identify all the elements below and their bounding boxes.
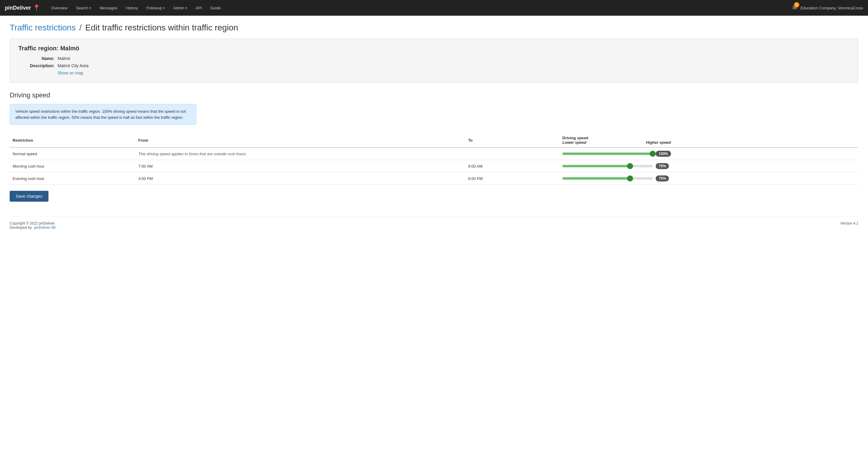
location-icon: 📍	[33, 4, 40, 11]
region-card: Traffic region: Malmö Name: Malmö Descri…	[10, 38, 858, 83]
nav-messages[interactable]: Messages	[96, 3, 121, 13]
col-driving-speed: Driving speed Lower speed Higher speed	[559, 133, 858, 147]
region-title: Traffic region: Malmö	[19, 45, 849, 52]
page-subtitle: Edit traffic restrictions within traffic…	[85, 23, 238, 32]
speed-cell: 75%	[559, 172, 858, 185]
table-row: Evening rush hour 4:00 PM 6:00 PM 75%	[10, 172, 858, 185]
table-row: Normal speed This driving speed applies …	[10, 147, 858, 160]
show-on-map-spacer	[19, 70, 58, 75]
navbar: pinDeliver 📍 Overview Search ▾ Messages …	[0, 0, 868, 16]
notification-badge: 0	[794, 2, 799, 7]
version: Version 4.1	[840, 221, 858, 230]
slider-1[interactable]	[562, 163, 653, 169]
to-cell: 9:00 AM	[465, 160, 559, 172]
restriction-cell: Normal speed	[10, 147, 135, 160]
name-value: Malmö	[58, 56, 70, 61]
description-value: Malmö City Area	[58, 63, 89, 68]
region-description-field: Description: Malmö City Area	[19, 63, 849, 68]
nav-followup[interactable]: Followup ▾	[143, 3, 168, 13]
breadcrumb-link[interactable]: Traffic restrictions	[10, 23, 75, 32]
nav-search[interactable]: Search ▾	[72, 3, 95, 13]
nav-api[interactable]: API	[192, 3, 206, 13]
slider-0[interactable]	[562, 151, 653, 157]
higher-speed-label: Higher speed	[646, 140, 671, 145]
table-header-row: Restriction From To Driving speed Lower …	[10, 133, 858, 147]
brand-name: pinDeliver	[5, 5, 31, 11]
name-label: Name:	[19, 56, 58, 61]
from-cell: 7:00 AM	[135, 160, 465, 172]
restriction-cell: Evening rush hour	[10, 172, 135, 185]
notification-bell[interactable]: ✉ 0	[793, 4, 797, 11]
nav-history[interactable]: History	[122, 3, 142, 13]
col-restriction: Restriction	[10, 133, 135, 147]
speed-table: Restriction From To Driving speed Lower …	[10, 133, 858, 185]
section-title: Driving speed	[10, 91, 858, 99]
chevron-down-icon: ▾	[89, 6, 91, 10]
region-fields: Name: Malmö Description: Malmö City Area…	[19, 56, 849, 75]
save-changes-button[interactable]: Save changes	[10, 191, 49, 202]
to-cell	[465, 147, 559, 160]
from-cell: This driving speed applies to times that…	[135, 147, 465, 160]
show-on-map-field: Show on map	[19, 70, 849, 75]
page-title: Traffic restrictions / Edit traffic rest…	[10, 23, 858, 33]
col-from: From	[135, 133, 465, 147]
developer-credit: Developed by pinDeliver AB	[10, 226, 56, 230]
description-label: Description:	[19, 63, 58, 68]
speed-badge-2: 75%	[656, 175, 669, 181]
nav-guide[interactable]: Guide	[207, 3, 224, 13]
from-cell: 4:00 PM	[135, 172, 465, 185]
brand[interactable]: pinDeliver 📍	[5, 4, 40, 11]
developer-link[interactable]: pinDeliver AB	[34, 226, 56, 230]
to-cell: 6:00 PM	[465, 172, 559, 185]
speed-cell: 100%	[559, 147, 858, 160]
nav-links: Overview Search ▾ Messages History Follo…	[48, 3, 793, 13]
nav-overview[interactable]: Overview	[48, 3, 71, 13]
show-on-map-link[interactable]: Show on map	[58, 70, 84, 75]
col-to: To	[465, 133, 559, 147]
driving-speed-section: Driving speed Vehicle speed restrictions…	[10, 91, 858, 202]
slider-2[interactable]	[562, 175, 653, 181]
speed-badge-0: 100%	[656, 151, 671, 157]
main-content: Traffic restrictions / Edit traffic rest…	[0, 16, 868, 242]
info-box: Vehicle speed restrictions within the tr…	[10, 104, 196, 125]
breadcrumb-separator: /	[79, 23, 82, 32]
footer: Copyright © 2022 pinDeliver Developed by…	[10, 216, 858, 234]
footer-left: Copyright © 2022 pinDeliver Developed by…	[10, 221, 56, 230]
lower-speed-label: Lower speed	[562, 140, 586, 145]
chevron-down-icon: ▾	[163, 6, 165, 10]
nav-admin[interactable]: Admin ▾	[169, 3, 191, 13]
region-name-field: Name: Malmö	[19, 56, 849, 61]
nav-right: ✉ 0 Education Company, VeronicaCross	[793, 4, 863, 11]
speed-badge-1: 75%	[656, 163, 669, 169]
restriction-cell: Morning rush hour	[10, 160, 135, 172]
table-row: Morning rush hour 7:00 AM 9:00 AM 75%	[10, 160, 858, 172]
copyright: Copyright © 2022 pinDeliver	[10, 221, 56, 226]
chevron-down-icon: ▾	[186, 6, 187, 10]
speed-cell: 75%	[559, 160, 858, 172]
user-info: Education Company, VeronicaCross	[801, 6, 863, 10]
